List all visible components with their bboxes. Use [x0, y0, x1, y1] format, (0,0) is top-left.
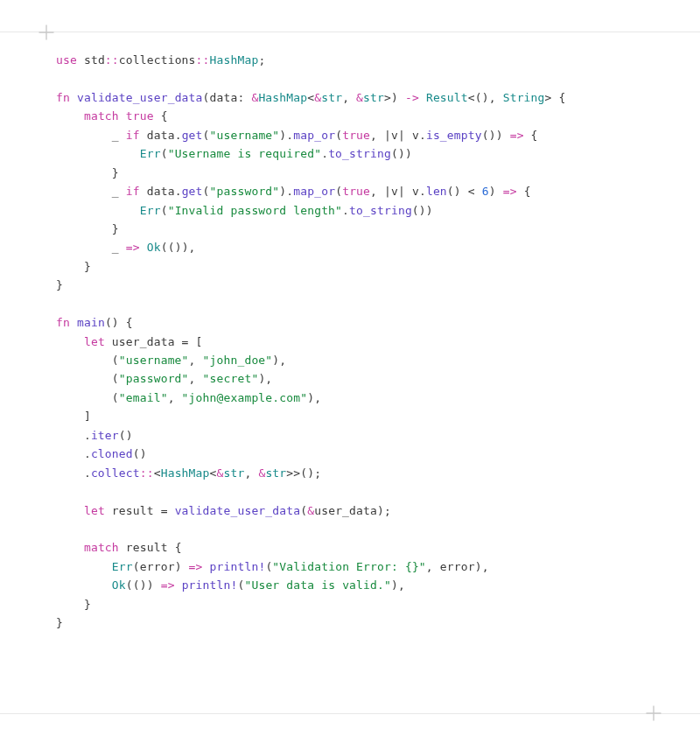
code-snippet: use std::collections::HashMap; fn valida…: [56, 51, 658, 633]
horizontal-rule-top: [0, 32, 700, 32]
corner-plus-icon: [38, 25, 54, 40]
horizontal-rule-bottom: [0, 713, 700, 714]
